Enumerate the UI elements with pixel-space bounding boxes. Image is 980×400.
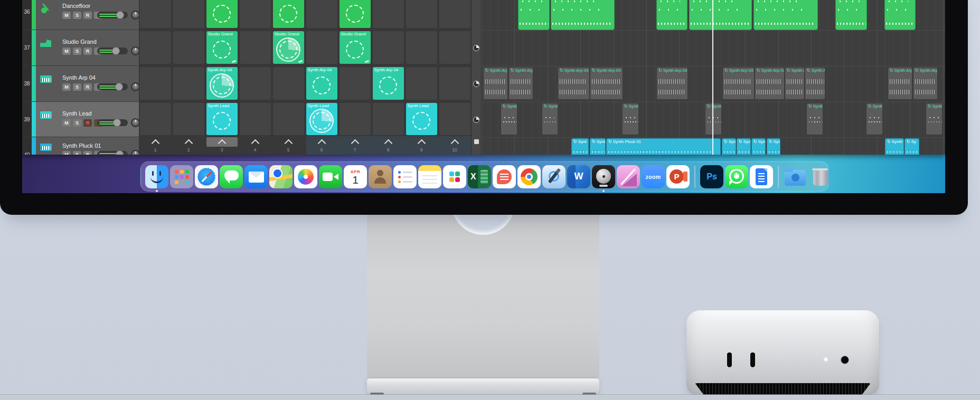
- region-pattern[interactable]: ↻Synth: [501, 103, 517, 135]
- grid-empty-cell[interactable]: [273, 67, 304, 100]
- logic-pro-dock-icon[interactable]: [592, 165, 615, 188]
- solo-button[interactable]: S: [73, 151, 81, 155]
- grid-empty-cell[interactable]: [340, 67, 371, 100]
- region-pattern[interactable]: ↻Synth: [866, 103, 883, 135]
- region-loop[interactable]: ↻Synth: [885, 138, 904, 155]
- messages-dock-icon[interactable]: [220, 165, 243, 188]
- calendar-dock-icon[interactable]: APR1: [344, 165, 367, 188]
- region-midi[interactable]: [835, 0, 867, 30]
- grid-empty-cell[interactable]: [240, 31, 271, 64]
- volume-slider[interactable]: [97, 47, 128, 54]
- scene-trigger-1[interactable]: [140, 137, 171, 147]
- loop-cell-playing[interactable]: Synth Lead: [306, 103, 337, 135]
- loop-cell[interactable]: Synth Lead: [406, 103, 437, 135]
- mail-dock-icon[interactable]: [244, 165, 268, 188]
- region-pattern[interactable]: ↻Synth: [806, 103, 823, 135]
- track-header-studio-grand[interactable]: 37Studio GrandMSRI: [22, 30, 139, 66]
- loop-cell[interactable]: Studio Grand: [340, 31, 371, 64]
- downloads-dock-icon[interactable]: [784, 165, 807, 188]
- grid-empty-cell[interactable]: [373, 31, 404, 64]
- region-loop[interactable]: ↻Synt: [722, 138, 736, 155]
- record-button[interactable]: R: [83, 119, 92, 127]
- record-button[interactable]: R: [83, 47, 92, 55]
- grid-empty-cell[interactable]: [373, 0, 404, 28]
- notes-dock-icon[interactable]: [418, 165, 441, 188]
- finder-dock-icon[interactable]: [145, 165, 168, 188]
- volume-thumb[interactable]: [112, 47, 120, 55]
- excel-dock-icon[interactable]: X: [468, 165, 491, 188]
- volume-slider[interactable]: [97, 119, 128, 126]
- powerpoint-dock-icon[interactable]: P: [666, 165, 690, 188]
- grid-empty-cell[interactable]: [140, 31, 171, 64]
- maps-dock-icon[interactable]: [269, 165, 293, 188]
- grid-empty-cell[interactable]: [439, 103, 470, 135]
- slack-dock-icon[interactable]: [443, 165, 466, 188]
- region-midi[interactable]: [551, 0, 615, 30]
- region-loop[interactable]: ↻Synt: [751, 138, 766, 155]
- chrome-dock-icon[interactable]: [517, 165, 541, 188]
- grid-empty-cell[interactable]: [406, 0, 437, 28]
- affinity-photo-dock-icon[interactable]: [617, 165, 640, 188]
- volume-slider[interactable]: [97, 83, 128, 90]
- scene-trigger-6[interactable]: [306, 137, 337, 147]
- grid-empty-cell[interactable]: [173, 0, 204, 28]
- mute-button[interactable]: M: [62, 12, 71, 19]
- region-audio[interactable]: ↻Synth Arp 04: [656, 67, 688, 100]
- region-audio[interactable]: ↻Synth Arp 04: [558, 67, 590, 100]
- photoshop-dock-icon[interactable]: Ps: [700, 165, 723, 188]
- row-play-indicator[interactable]: [473, 117, 479, 123]
- grid-empty-cell[interactable]: [240, 103, 271, 135]
- region-audio[interactable]: ↻Synth Arp 04: [913, 67, 938, 100]
- loop-cell[interactable]: [206, 0, 238, 28]
- loop-cell[interactable]: [273, 0, 304, 28]
- volume-thumb[interactable]: [113, 119, 121, 127]
- record-button[interactable]: R: [83, 83, 92, 91]
- region-loop[interactable]: ↻Synt: [737, 138, 751, 155]
- grid-empty-cell[interactable]: [173, 31, 204, 64]
- track-header-dancefloor[interactable]: 36DancefloorMSRI: [22, 0, 139, 30]
- launchpad-dock-icon[interactable]: [170, 165, 193, 188]
- region-midi[interactable]: [689, 0, 752, 30]
- grid-empty-cell[interactable]: [140, 103, 171, 135]
- grid-empty-cell[interactable]: [173, 67, 204, 100]
- quip-dock-icon[interactable]: [493, 165, 516, 188]
- grid-empty-cell[interactable]: [340, 103, 371, 135]
- solo-button[interactable]: S: [73, 47, 81, 55]
- loop-cell-playing[interactable]: Studio Grand: [273, 31, 304, 64]
- region-midi[interactable]: [518, 0, 550, 30]
- grid-empty-cell[interactable]: [406, 67, 437, 100]
- word-dock-icon[interactable]: W: [567, 165, 590, 188]
- mute-button[interactable]: M: [62, 47, 71, 55]
- region-audio[interactable]: ↻Synth Arp 04: [805, 67, 825, 100]
- playhead[interactable]: [712, 0, 713, 155]
- loop-cell[interactable]: Synth Arp 04: [306, 67, 337, 100]
- loop-cell[interactable]: Synth Lead: [206, 103, 238, 135]
- zoom-dock-icon[interactable]: zoom: [642, 165, 665, 188]
- region-audio[interactable]: ↻Synth Arp 04: [722, 67, 755, 100]
- track-header-synth-lead[interactable]: 39Synth LeadMSRI: [22, 102, 139, 137]
- region-midi[interactable]: [884, 0, 916, 30]
- volume-slider[interactable]: [97, 151, 128, 155]
- solo-button[interactable]: S: [73, 83, 81, 91]
- grid-empty-cell[interactable]: [439, 31, 470, 64]
- mute-button[interactable]: M: [62, 83, 71, 91]
- whatsapp-dock-icon[interactable]: [725, 165, 748, 188]
- mute-button[interactable]: M: [62, 151, 71, 155]
- region-pattern[interactable]: ↻Synth: [622, 103, 639, 135]
- region-audio[interactable]: ↻Synth Arp 04: [755, 67, 785, 100]
- region-pattern[interactable]: ↻Synth: [542, 103, 558, 135]
- grid-empty-cell[interactable]: [373, 103, 404, 135]
- region-midi[interactable]: [656, 0, 687, 30]
- scene-trigger-4[interactable]: [240, 137, 271, 147]
- region-pattern[interactable]: ↻Synth: [926, 103, 943, 135]
- row-play-indicator[interactable]: [473, 45, 479, 51]
- region-audio[interactable]: ↻Synth Arp 04: [508, 67, 533, 100]
- loop-cell[interactable]: [340, 0, 371, 28]
- region-loop[interactable]: ↻Synt: [571, 138, 589, 155]
- xcode-dock-icon[interactable]: [542, 165, 566, 188]
- grid-empty-cell[interactable]: [273, 103, 304, 135]
- region-pattern[interactable]: ↻Synth: [705, 103, 722, 135]
- trash-dock-icon[interactable]: [808, 165, 832, 188]
- grid-empty-cell[interactable]: [306, 31, 337, 64]
- grid-empty-cell[interactable]: [140, 0, 171, 28]
